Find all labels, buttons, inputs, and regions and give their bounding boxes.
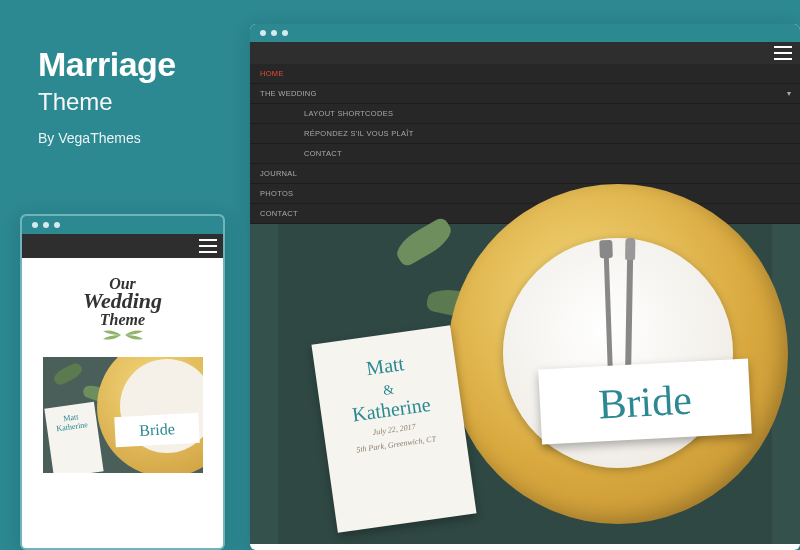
mobile-content: Our Wedding Theme Matt Katherine	[22, 234, 223, 548]
leaf-icon	[392, 216, 457, 269]
desktop-content: HOMETHE WEDDING▾LAYOUT SHORTCODESRÉPONDE…	[250, 42, 800, 550]
window-topbar	[250, 24, 800, 42]
menu-item[interactable]: RÉPONDEZ S'IL VOUS PLAÎT	[250, 124, 800, 144]
window-dot-icon	[32, 222, 38, 228]
leaf-icon	[51, 362, 84, 387]
place-card: Bride	[538, 359, 752, 445]
invite-name2: Katherine	[351, 393, 432, 426]
window-dot-icon	[282, 30, 288, 36]
menu-item[interactable]: THE WEDDING▾	[250, 84, 800, 104]
mobile-hero: Our Wedding Theme Matt Katherine	[22, 258, 223, 483]
caret-down-icon[interactable]: ▾	[784, 88, 794, 98]
theme-title: Marriage	[38, 45, 176, 84]
desktop-hero-image: Matt & Katherine July 22, 2017 5th Park,…	[250, 224, 800, 544]
hamburger-icon[interactable]	[774, 46, 792, 60]
invitation-card: Matt Katherine	[44, 402, 103, 473]
menu-item[interactable]: LAYOUT SHORTCODES	[250, 104, 800, 124]
window-dot-icon	[260, 30, 266, 36]
desktop-preview-frame: HOMETHE WEDDING▾LAYOUT SHORTCODESRÉPONDE…	[250, 24, 800, 550]
place-card-label: Bride	[597, 375, 693, 428]
site-logo[interactable]: Our Wedding Theme	[53, 276, 193, 341]
window-topbar	[22, 216, 223, 234]
hamburger-icon[interactable]	[199, 239, 217, 253]
invite-name1: Matt	[365, 352, 405, 379]
mobile-preview-frame: Our Wedding Theme Matt Katherine	[20, 214, 225, 550]
theme-subtitle: Theme	[38, 88, 176, 116]
place-card: Bride	[114, 413, 199, 447]
theme-byline: By VegaThemes	[38, 130, 176, 146]
menu-item[interactable]: JOURNAL	[250, 164, 800, 184]
menu-item[interactable]: HOME	[250, 64, 800, 84]
theme-header: Marriage Theme By VegaThemes	[38, 45, 176, 146]
window-dot-icon	[43, 222, 49, 228]
logo-line2: Wedding	[83, 288, 162, 313]
laurel-icon	[53, 329, 193, 341]
logo-line3: Theme	[53, 312, 193, 327]
window-dot-icon	[271, 30, 277, 36]
desktop-navbar	[250, 42, 800, 64]
invite-ampersand: &	[382, 382, 395, 398]
mobile-hero-image: Matt Katherine Bride	[43, 357, 203, 473]
menu-item[interactable]: PHOTOS	[250, 184, 800, 204]
invitation-card: Matt & Katherine July 22, 2017 5th Park,…	[311, 325, 476, 533]
window-dot-icon	[54, 222, 60, 228]
menu-item[interactable]: CONTACT	[250, 144, 800, 164]
mobile-navbar	[22, 234, 223, 258]
table-scene: Matt & Katherine July 22, 2017 5th Park,…	[278, 224, 772, 544]
main-menu: HOMETHE WEDDING▾LAYOUT SHORTCODESRÉPONDE…	[250, 42, 800, 224]
place-card-label: Bride	[138, 420, 174, 440]
invite-name: Katherine	[55, 420, 87, 433]
